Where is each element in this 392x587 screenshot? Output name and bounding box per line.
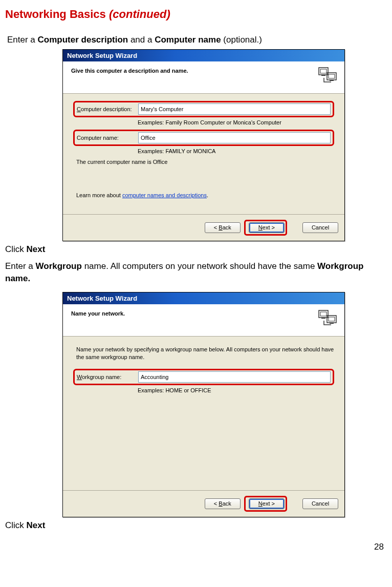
page-number: 28 [5,542,387,552]
svg-rect-10 [329,317,335,321]
page-title-main: Networking Basics [5,8,109,20]
svg-rect-8 [321,318,325,319]
workgroup-name-input[interactable] [138,371,331,383]
instruction-1: Enter a Computer description and a Compu… [7,34,387,46]
next-button[interactable]: Next > [249,498,285,509]
wizard-body: Computer description: Examples: Family R… [63,94,344,214]
page-title-continued: (continued) [109,8,170,20]
svg-rect-2 [321,75,325,76]
computer-description-input[interactable] [138,103,331,115]
computer-name-label: Computer name: [77,135,138,141]
next-button-highlight: Next > [244,220,287,236]
workgroup-name-label: Workgroup name: [77,374,138,380]
page-title: Networking Basics (continued) [5,8,387,21]
wizard-titlebar: Network Setup Wizard [63,50,344,61]
network-computers-icon [318,309,338,329]
cancel-button[interactable]: Cancel [302,498,338,509]
computer-description-example: Examples: Family Room Computer or Monica… [73,119,334,125]
workgroup-intro: Name your network by specifying a workgr… [76,346,334,362]
computer-name-row: Computer name: [73,130,334,146]
svg-rect-11 [330,323,334,324]
back-button[interactable]: < Back [205,498,241,509]
learn-more-link[interactable]: computer names and descriptions [122,192,207,198]
svg-rect-1 [320,69,326,73]
wizard-footer: < Back Next > Cancel [63,214,344,241]
cancel-button[interactable]: Cancel [302,222,338,233]
computer-description-row: Computer description: [73,101,334,117]
instruction-2: Enter a Workgroup name. All computers on… [5,260,387,285]
wizard-heading: Name your network. [69,309,125,317]
computer-name-example: Examples: FAMILY or MONICA [73,148,334,154]
workgroup-example: Examples: HOME or OFFICE [73,387,334,393]
computer-description-label: Computer description: [77,106,138,112]
next-button[interactable]: Next > [249,222,285,233]
wizard-titlebar: Network Setup Wizard [63,292,344,304]
next-button-highlight: Next > [244,496,287,512]
current-computer-name: The current computer name is Office [76,158,334,166]
wizard-footer: < Back Next > Cancel [63,490,344,517]
computer-name-input[interactable] [138,132,331,143]
click-next-2: Click Next [5,519,387,532]
learn-more-text: Learn more about computer names and desc… [76,192,334,199]
workgroup-name-row: Workgroup name: [73,369,334,385]
wizard-dialog-2: Network Setup Wizard Name your network. … [62,292,345,517]
svg-rect-7 [320,312,326,316]
wizard-body: Name your network by specifying a workgr… [63,337,344,490]
wizard-heading: Give this computer a description and nam… [69,67,188,74]
wizard-header: Give this computer a description and nam… [63,61,344,94]
network-computers-icon [318,67,338,86]
svg-rect-5 [330,80,334,81]
back-button[interactable]: < Back [205,222,241,233]
svg-rect-4 [329,74,335,78]
wizard-header: Name your network. [63,304,344,337]
wizard-dialog-1: Network Setup Wizard Give this computer … [62,49,345,241]
click-next-1: Click Next [5,243,387,256]
